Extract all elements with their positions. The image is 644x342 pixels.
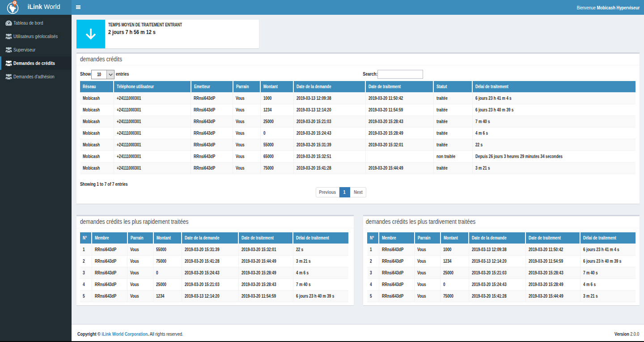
- svg-text:$: $: [14, 1, 15, 4]
